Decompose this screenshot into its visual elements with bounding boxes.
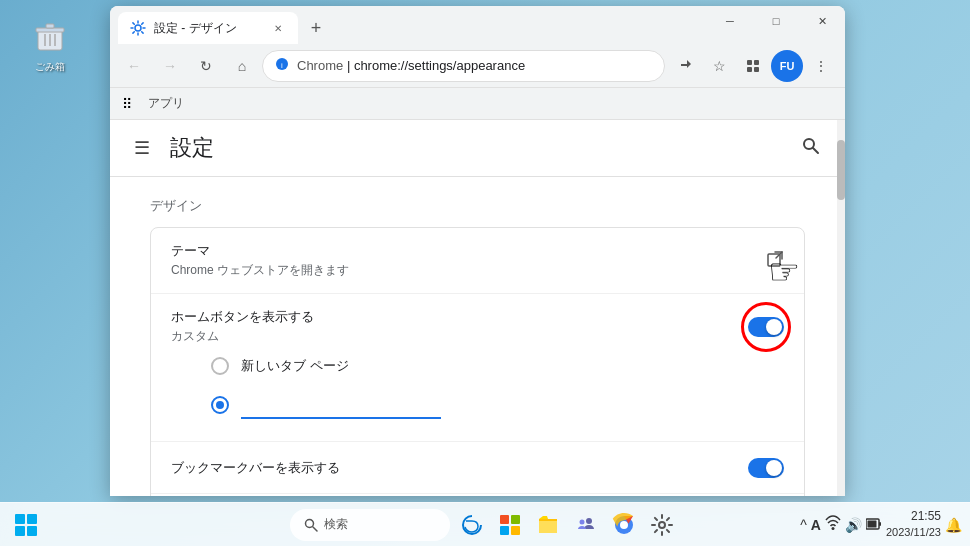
design-settings-card: テーマ Chrome ウェブストアを開きます ホームボタンを表示する [150,227,805,496]
settings-menu-icon[interactable]: ☰ [130,133,154,163]
svg-point-6 [135,25,141,31]
home-button-toggle[interactable] [748,317,784,337]
svg-rect-2 [46,24,54,28]
navigation-bar: ← → ↻ ⌂ i Chrome | chrome://settings/app… [110,44,845,88]
svg-rect-32 [867,520,876,527]
tray-up-arrow[interactable]: ^ [800,517,807,533]
svg-rect-1 [36,28,64,32]
desktop-icon-trash[interactable]: ごみ箱 [20,20,80,74]
svg-point-24 [586,518,592,524]
home-button-toggle-annotated [748,317,784,337]
settings-header: ☰ 設定 [110,120,845,177]
home-button-sublabel: カスタム [171,328,748,345]
custom-url-input[interactable] [241,391,441,419]
radio-new-tab-option[interactable]: 新しいタブ ページ [171,349,784,383]
svg-rect-20 [511,515,520,524]
radio-custom-option[interactable] [171,383,784,427]
svg-rect-21 [500,526,509,535]
taskbar-left [8,507,44,543]
svg-point-17 [306,519,314,527]
theme-row: テーマ Chrome ウェブストアを開きます [151,228,804,294]
reload-button[interactable]: ↻ [190,50,222,82]
external-link-icon[interactable] [766,250,784,272]
svg-rect-31 [879,522,881,526]
browser-tab[interactable]: 設定 - デザイン ✕ [118,12,298,44]
minimize-button[interactable]: ─ [707,6,753,36]
scroll-thumb[interactable] [837,140,845,200]
radio-custom-btn[interactable] [211,396,229,414]
settings-page-title: 設定 [170,133,214,163]
tab-close-button[interactable]: ✕ [270,20,286,36]
scrollbar[interactable] [837,120,845,496]
close-button[interactable]: ✕ [799,6,845,36]
bookmarks-bar: ⠿ アプリ [110,88,845,120]
home-button-options: 新しいタブ ページ [171,349,784,427]
system-clock[interactable]: 21:55 2023/11/23 [886,508,941,540]
tray-font-icon[interactable]: A [811,517,821,533]
theme-action [766,250,784,272]
svg-rect-11 [747,67,752,72]
menu-button[interactable]: ⋮ [805,50,837,82]
taskbar-edge-icon[interactable] [454,507,490,543]
taskbar-search[interactable]: 検索 [290,509,450,541]
extensions-button[interactable] [737,50,769,82]
bookmarks-bar-row: ブックマークバーを表示する [151,442,804,494]
window-controls: ─ □ ✕ [707,6,845,36]
title-bar: 設定 - デザイン ✕ + ─ □ ✕ [110,6,845,44]
home-button-label: ホームボタンを表示する [171,308,748,326]
start-button[interactable] [8,507,44,543]
bookmark-apps[interactable]: アプリ [140,91,192,116]
svg-rect-10 [754,60,759,65]
security-icon: i [275,57,289,74]
taskbar-explorer-icon[interactable] [530,507,566,543]
tray-notification-icon[interactable]: 🔔 [945,517,962,533]
tray-icons: ^ A 🔊 21:55 2023/11/23 🔔 [800,508,962,540]
taskbar: 検索 [0,502,970,546]
tray-network-icon[interactable] [825,515,841,534]
bookmarks-bar-toggle[interactable] [748,458,784,478]
home-button-row: ホームボタンを表示する カスタム [151,294,804,442]
tray-battery-icon[interactable] [866,517,882,533]
home-button[interactable]: ⌂ [226,50,258,82]
svg-point-28 [659,522,665,528]
apps-grid-icon: ⠿ [122,96,132,112]
new-tab-button[interactable]: + [302,14,330,42]
svg-point-29 [831,527,834,530]
address-text: Chrome | chrome://settings/appearance [297,58,652,73]
settings-tab-icon [130,20,146,36]
taskbar-icon-colorful[interactable] [492,507,528,543]
theme-sublabel: Chrome ウェブストアを開きます [171,262,349,279]
back-button[interactable]: ← [118,50,150,82]
svg-text:i: i [281,61,283,70]
radio-new-tab-btn[interactable] [211,357,229,375]
taskbar-chrome-icon[interactable] [606,507,642,543]
svg-rect-12 [754,67,759,72]
svg-point-27 [620,521,628,529]
settings-search-icon[interactable] [797,132,825,164]
svg-rect-9 [747,60,752,65]
bookmarks-bar-toggle-container [748,458,784,478]
svg-point-25 [580,519,585,524]
tab-preview-row: タブ マウスオーバーのプレビュー カードに画像を表示する [151,494,804,496]
page-content[interactable]: ☰ 設定 デザイン テーマ Chrome ウェブストアを開きます [110,120,845,496]
share-button[interactable] [669,50,701,82]
svg-rect-22 [511,526,520,535]
browser-window: 設定 - デザイン ✕ + ─ □ ✕ ← → ↻ ⌂ i Chrome [110,6,845,496]
tray-volume-icon[interactable]: 🔊 [845,517,862,533]
bookmark-button[interactable]: ☆ [703,50,735,82]
windows-logo [15,514,37,536]
home-button-toggle-container [748,317,784,337]
svg-line-16 [776,252,782,258]
taskbar-right: ^ A 🔊 21:55 2023/11/23 🔔 [800,508,962,540]
profile-button[interactable]: FU [771,50,803,82]
taskbar-settings-icon[interactable] [644,507,680,543]
address-bar[interactable]: i Chrome | chrome://settings/appearance [262,50,665,82]
search-icon [304,518,318,532]
maximize-button[interactable]: □ [753,6,799,36]
design-section-title: デザイン [150,197,805,215]
taskbar-teams-icon[interactable] [568,507,604,543]
svg-line-14 [813,148,818,153]
svg-rect-19 [500,515,509,524]
nav-actions: ☆ FU ⋮ [669,50,837,82]
forward-button[interactable]: → [154,50,186,82]
